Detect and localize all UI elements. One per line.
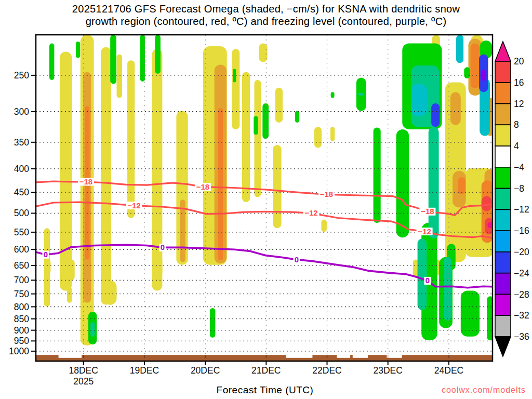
omega-cell — [127, 60, 135, 218]
x-tick-label: 24DEC — [434, 365, 463, 376]
y-tick-label: 1000 — [9, 346, 29, 356]
contour-label--18: −18 — [421, 207, 434, 216]
y-tick-label: 500 — [14, 208, 29, 218]
omega-cell — [46, 260, 50, 274]
omega-cell — [110, 35, 116, 84]
omega-cell — [210, 308, 216, 338]
x-tick-label: 21DEC — [251, 365, 281, 376]
omega-cell — [90, 322, 95, 337]
contour-label-0: 0 — [295, 255, 299, 264]
omega-cell — [461, 291, 480, 337]
omega-cell — [464, 67, 470, 78]
contour-label--12: −12 — [304, 208, 317, 217]
y-tick-label: 300 — [14, 107, 29, 117]
y-tick-label: 650 — [14, 260, 29, 271]
chart-title-line1: 2025121706 GFS Forecast Omega (shaded, −… — [0, 3, 532, 15]
omega-cell — [242, 72, 250, 202]
terrain-notch — [387, 354, 402, 358]
terrain-notch — [353, 354, 368, 358]
terrain-notch — [59, 354, 82, 358]
colorbar-tick-label: −4 — [514, 162, 524, 172]
y-tick-label: 450 — [14, 187, 29, 197]
contour-label--18: −18 — [320, 190, 333, 198]
x-tick-label: 18DEC — [69, 365, 98, 376]
omega-cell — [482, 196, 492, 211]
colorbar-segment — [495, 61, 511, 83]
colorbar-segment — [495, 104, 511, 125]
omega-cell — [411, 84, 427, 116]
y-tick-label: 700 — [14, 275, 29, 285]
watermark-text: coolwx.com/modelts — [442, 385, 526, 395]
omega-cell — [218, 108, 223, 260]
omega-cell — [49, 44, 54, 80]
y-tick-label: 950 — [14, 336, 29, 346]
y-axis: 2503003504004505005506006507007508008509… — [9, 70, 35, 356]
omega-cell — [458, 177, 466, 194]
colorbar-tick-label: −20 — [514, 247, 529, 257]
weather-chart-page: 2025121706 GFS Forecast Omega (shaded, −… — [0, 0, 532, 399]
omega-cell — [117, 55, 123, 98]
terrain-bar — [36, 354, 493, 361]
x-tick-label: 22DEC — [312, 365, 341, 376]
colorbar-tick-label: 20 — [514, 56, 524, 66]
omega-cell — [374, 127, 381, 223]
colorbar-segment — [495, 273, 511, 295]
omega-cell — [104, 281, 117, 305]
omega-cell — [152, 49, 163, 290]
omega-cell — [68, 260, 75, 281]
colorbar-tick-label: −16 — [514, 225, 529, 236]
omega-cell — [471, 44, 480, 89]
omega-cell — [273, 145, 281, 228]
colorbar-segment — [495, 231, 511, 252]
colorbar-tick-label: −32 — [514, 310, 529, 321]
omega-cell — [76, 42, 80, 58]
contour-label--18: −18 — [196, 182, 209, 191]
omega-cell — [233, 69, 236, 82]
omega-cell — [314, 127, 322, 148]
omega-cell — [331, 92, 335, 98]
contour-label--12: −12 — [127, 201, 140, 210]
x-tick-label: 20DEC — [191, 365, 220, 376]
colorbar-segment — [495, 209, 511, 231]
colorbar-segment — [495, 295, 511, 316]
omega-cell — [262, 103, 269, 139]
colorbar-tick-label: −36 — [514, 331, 529, 342]
colorbar-tick-label: 12 — [514, 99, 524, 109]
contour-label--18: −18 — [79, 177, 92, 186]
contour-label-0: 0 — [44, 250, 48, 259]
omega-cell — [232, 49, 240, 129]
omega-cell — [429, 127, 439, 238]
y-tick-label: 550 — [14, 227, 29, 237]
contour-label-0: 0 — [425, 276, 430, 285]
contour-label--12: −12 — [418, 227, 431, 236]
omega-cell — [159, 260, 163, 274]
omega-cell — [450, 92, 461, 125]
colorbar-tick-label: −24 — [514, 268, 529, 278]
y-tick-label: 850 — [14, 314, 29, 324]
colorbar-tick-label: 4 — [514, 141, 519, 151]
omega-cell — [155, 35, 161, 74]
y-tick-label: 400 — [14, 164, 29, 174]
chart-title-line2: growth region (contoured, red, ºC) and f… — [0, 15, 532, 28]
chart-title: 2025121706 GFS Forecast Omega (shaded, −… — [0, 3, 532, 28]
omega-cell — [456, 35, 463, 63]
terrain-fill — [36, 355, 493, 361]
y-tick-label: 250 — [14, 70, 29, 81]
colorbar-tick-label: 16 — [514, 77, 524, 88]
terrain-notch — [337, 354, 350, 358]
contour-label-0: 0 — [161, 243, 165, 251]
terrain-notch — [286, 354, 312, 358]
colorbar-segment — [495, 315, 511, 337]
x-tick-label: 23DEC — [373, 365, 402, 376]
colorbar-tick-label: 8 — [514, 119, 519, 130]
y-tick-label: 900 — [14, 325, 29, 336]
omega-cell — [431, 103, 440, 127]
omega-cell — [259, 44, 267, 62]
y-tick-label: 750 — [14, 289, 29, 299]
colorbar-tick-label: −28 — [514, 289, 529, 300]
colorbar-segment — [495, 189, 511, 210]
colorbar-segment — [495, 83, 511, 104]
y-tick-label: 800 — [14, 302, 29, 312]
omega-cell — [101, 47, 111, 305]
omega-cell — [67, 287, 72, 303]
